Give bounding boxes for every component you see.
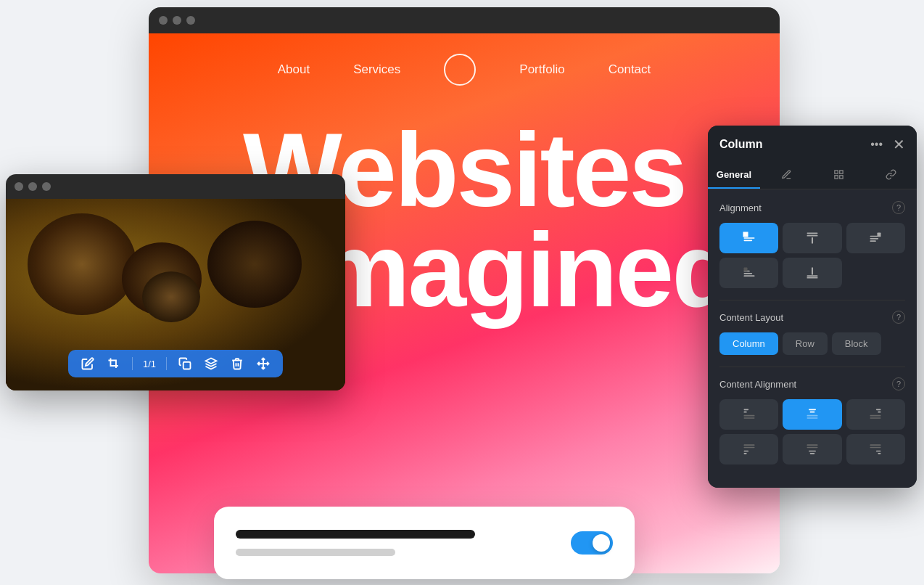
content-alignment-label: Content Alignment — [719, 379, 796, 390]
panel-more-icon[interactable]: ••• — [870, 138, 883, 151]
nav-logo[interactable] — [444, 54, 476, 86]
svg-rect-34 — [878, 412, 881, 413]
svg-rect-5 — [839, 171, 842, 173]
move-icon[interactable] — [255, 356, 271, 372]
content-align-bottom-right[interactable] — [846, 434, 905, 465]
content-align-tl-icon — [742, 407, 756, 422]
content-align-tc-icon — [805, 407, 820, 422]
site-nav: About Services Portfolio Contact — [149, 33, 780, 106]
svg-rect-39 — [743, 451, 748, 452]
svg-rect-43 — [809, 451, 816, 452]
content-layout-label: Content Layout — [719, 312, 783, 323]
window-dot-3 — [186, 16, 195, 25]
toggle-line-secondary — [236, 549, 395, 556]
image-editor-body: 1/1 — [6, 199, 345, 390]
align-top-left-icon — [742, 231, 756, 245]
svg-rect-37 — [743, 444, 754, 446]
content-align-bottom-left[interactable] — [719, 434, 778, 465]
svg-rect-38 — [743, 447, 754, 449]
edit-icon[interactable] — [80, 356, 96, 372]
bowl-decoration-4 — [142, 271, 200, 322]
panel-header-actions: ••• ✕ — [870, 136, 905, 153]
alignment-label: Alignment — [719, 202, 762, 213]
svg-rect-40 — [743, 453, 746, 454]
align-btn-bottom-left[interactable] — [719, 258, 778, 288]
window-dot-2 — [173, 16, 181, 25]
content-align-bl-icon — [742, 442, 756, 457]
image-toolbar: 1/1 — [68, 350, 283, 377]
content-layout-help-icon[interactable]: ? — [892, 311, 905, 324]
tab-advanced[interactable] — [812, 162, 865, 189]
editor-dot-2 — [28, 182, 37, 191]
copy-icon[interactable] — [177, 356, 193, 372]
svg-rect-23 — [807, 275, 817, 277]
svg-rect-11 — [807, 233, 817, 234]
svg-rect-29 — [809, 409, 816, 411]
content-align-top-right[interactable] — [846, 399, 905, 430]
svg-rect-17 — [878, 233, 881, 237]
panel-tabs: General — [708, 162, 917, 189]
svg-rect-36 — [870, 417, 881, 419]
image-editor-chrome — [6, 174, 345, 199]
svg-rect-48 — [878, 453, 881, 454]
toggle-card — [214, 507, 635, 579]
divider-1 — [719, 300, 905, 300]
svg-rect-6 — [839, 176, 842, 179]
panel-close-icon[interactable]: ✕ — [893, 136, 905, 153]
alignment-buttons — [719, 223, 905, 288]
tab-general[interactable]: General — [708, 162, 760, 189]
svg-rect-42 — [807, 447, 817, 449]
svg-rect-47 — [876, 451, 881, 452]
toggle-knob — [593, 534, 610, 552]
toolbar-separator-1 — [132, 357, 133, 370]
svg-rect-16 — [870, 240, 876, 242]
nav-services[interactable]: Services — [353, 62, 400, 77]
image-editor: 1/1 — [6, 174, 345, 390]
align-top-center-icon — [805, 231, 820, 245]
nav-contact[interactable]: Contact — [609, 62, 651, 77]
align-btn-top-right[interactable] — [846, 223, 905, 253]
nav-about[interactable]: About — [278, 62, 310, 77]
tab-style[interactable] — [760, 162, 812, 189]
panel-title: Column — [719, 138, 763, 151]
content-align-tr-icon — [868, 407, 883, 422]
divider-2 — [719, 367, 905, 367]
svg-rect-41 — [807, 444, 817, 446]
align-btn-top-center[interactable] — [783, 223, 841, 253]
content-align-bc-icon — [805, 442, 820, 457]
svg-rect-46 — [870, 447, 881, 449]
column-panel: Column ••• ✕ General Align — [708, 126, 917, 488]
panel-header: Column ••• ✕ — [708, 126, 917, 162]
nav-portfolio[interactable]: Portfolio — [519, 62, 564, 77]
content-align-top-center[interactable] — [783, 399, 841, 430]
panel-body: Alignment ? — [708, 189, 917, 488]
editor-dot-1 — [15, 182, 23, 191]
layout-btn-column[interactable]: Column — [719, 332, 778, 355]
svg-rect-19 — [743, 273, 752, 274]
align-btn-bottom-center[interactable] — [783, 258, 841, 288]
tab-link[interactable] — [865, 162, 917, 189]
svg-rect-32 — [807, 417, 817, 419]
alignment-section-header: Alignment ? — [719, 201, 905, 214]
align-top-right-icon — [868, 231, 883, 245]
svg-rect-33 — [876, 409, 881, 411]
link-tab-icon — [886, 169, 896, 180]
crop-icon[interactable] — [106, 356, 122, 372]
alignment-help-icon[interactable]: ? — [892, 201, 905, 214]
layout-btn-row[interactable]: Row — [783, 332, 828, 355]
layout-buttons: Column Row Block — [719, 332, 905, 355]
layout-btn-block[interactable]: Block — [832, 332, 881, 355]
content-align-bottom-center[interactable] — [783, 434, 841, 465]
content-align-br-icon — [868, 442, 883, 457]
svg-rect-30 — [810, 412, 815, 413]
delete-icon[interactable] — [229, 356, 245, 372]
align-btn-top-left[interactable] — [719, 223, 778, 253]
window-dot-1 — [159, 16, 168, 25]
bowl-decoration-1 — [28, 213, 136, 315]
content-align-top-left[interactable] — [719, 399, 778, 430]
toolbar-counter: 1/1 — [143, 359, 156, 369]
toggle-switch[interactable] — [571, 531, 613, 555]
editor-dot-3 — [42, 182, 51, 191]
content-alignment-help-icon[interactable]: ? — [892, 377, 905, 390]
layer-icon[interactable] — [203, 356, 219, 372]
